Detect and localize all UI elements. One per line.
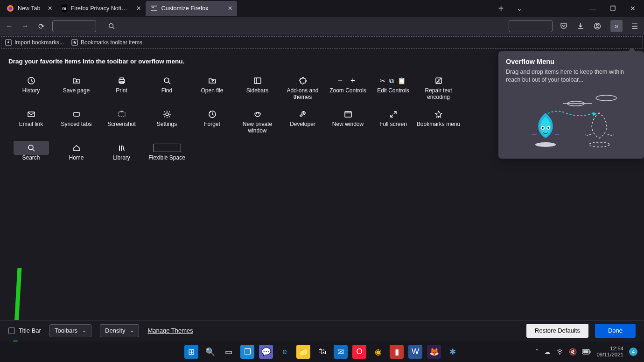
taskbar-chrome[interactable]: ◉: [371, 345, 385, 359]
urlbar-placeholder[interactable]: [52, 20, 96, 32]
taskbar-firefox[interactable]: 🦊: [427, 345, 441, 359]
tray-chevron-icon[interactable]: ˄: [535, 348, 539, 355]
toolbar-overflow-button[interactable]: »: [610, 20, 623, 32]
battery-icon[interactable]: [582, 349, 591, 355]
taskbar-teams[interactable]: 💬: [259, 345, 273, 359]
titlebar-checkbox[interactable]: Title Bar: [8, 327, 41, 334]
palette-item-bmmenu[interactable]: Bookmarks menu: [416, 106, 461, 139]
new-tab-button[interactable]: +: [498, 3, 504, 14]
customize-main: Drag your favorite items into the toolba…: [0, 49, 644, 179]
bookmarks-toolbar-items[interactable]: Bookmarks toolbar items: [71, 39, 142, 46]
forward-button[interactable]: →: [21, 22, 30, 30]
minimize-button[interactable]: —: [589, 5, 596, 12]
taskbar-start[interactable]: ⊞: [184, 345, 198, 359]
notifications-badge[interactable]: 4: [629, 348, 637, 356]
palette-item-private[interactable]: New private window: [235, 106, 280, 139]
palette-label: New private window: [235, 121, 280, 134]
palette-item-edit[interactable]: ✂ ⧉ 📋Edit Controls: [371, 72, 416, 106]
addons-icon: [299, 74, 307, 87]
manage-themes-link[interactable]: Manage Themes: [147, 327, 193, 334]
downloads-icon[interactable]: [577, 22, 586, 30]
palette-item-history[interactable]: History: [8, 72, 54, 106]
palette-item-synced[interactable]: Synced tabs: [54, 106, 99, 139]
list-tabs-button[interactable]: ⌄: [517, 5, 522, 12]
palette-item-find[interactable]: Find: [144, 72, 189, 106]
palette-item-sidebars[interactable]: Sidebars: [235, 72, 280, 106]
chevron-down-icon: ⌄: [130, 327, 134, 334]
palette-item-print[interactable]: Print: [99, 72, 144, 106]
overflow-desc: Drag and drop items here to keep them wi…: [506, 68, 637, 84]
taskbar-opera[interactable]: O: [352, 345, 366, 359]
search-icon[interactable]: [108, 23, 115, 29]
palette-item-library[interactable]: Library: [99, 139, 144, 173]
palette-item-savepage[interactable]: Save page: [54, 72, 99, 106]
palette-item-developer[interactable]: Developer: [280, 106, 325, 139]
sidebars-icon: [253, 74, 262, 87]
palette-item-forget[interactable]: Forget: [189, 106, 235, 139]
zoom-icon: − +: [337, 74, 358, 87]
account-icon[interactable]: [594, 22, 603, 30]
density-dropdown[interactable]: Density ⌄: [100, 324, 139, 337]
palette-label: Print: [116, 87, 127, 94]
taskbar-edge[interactable]: e: [278, 345, 292, 359]
taskbar-search[interactable]: 🔍: [203, 345, 217, 359]
taskbar-brave[interactable]: ▮: [390, 345, 404, 359]
extension-placeholder[interactable]: [509, 20, 553, 32]
done-button[interactable]: Done: [595, 324, 636, 338]
svg-point-4: [109, 24, 113, 28]
palette-item-search[interactable]: Search: [8, 139, 54, 173]
palette-item-home[interactable]: Home: [54, 139, 99, 173]
customize-palette[interactable]: HistorySave pagePrintFindOpen fileSideba…: [8, 72, 470, 173]
reload-button[interactable]: ⟳: [36, 22, 46, 31]
tab-customize[interactable]: Customize Firefox ×: [146, 1, 237, 16]
close-window-button[interactable]: ✕: [630, 5, 636, 12]
taskbar-taskview[interactable]: ▭: [222, 345, 236, 359]
tab-new[interactable]: New Tab ×: [2, 1, 57, 16]
import-bookmarks-button[interactable]: Import bookmarks...: [5, 39, 64, 46]
palette-item-flexspace[interactable]: Flexible Space: [144, 139, 189, 173]
palette-item-fullscreen[interactable]: Full screen: [371, 106, 416, 139]
close-icon[interactable]: ×: [133, 5, 140, 12]
close-icon[interactable]: ×: [44, 5, 52, 12]
palette-item-repair[interactable]: あRepair text encoding: [416, 72, 461, 106]
palette-item-settings[interactable]: Settings: [144, 106, 189, 139]
volume-mute-icon[interactable]: 🔇: [569, 348, 577, 355]
pocket-icon[interactable]: [560, 22, 569, 30]
palette-item-emaillink[interactable]: Email link: [8, 106, 54, 139]
maximize-button[interactable]: ❐: [610, 5, 616, 12]
svg-point-24: [166, 113, 168, 116]
close-icon[interactable]: ×: [224, 5, 232, 12]
wifi-icon[interactable]: [556, 348, 563, 355]
palette-label: Flexible Space: [148, 154, 185, 161]
palette-item-screenshot[interactable]: Screenshot: [99, 106, 144, 139]
bookmarks-toolbar-dropzone[interactable]: Import bookmarks... Bookmarks toolbar it…: [1, 36, 643, 49]
palette-item-newwin[interactable]: New window: [325, 106, 371, 139]
taskbar-vs[interactable]: ✱: [446, 345, 460, 359]
tab-label: Firefox Privacy Notice — Mozil: [71, 5, 129, 12]
restore-defaults-button[interactable]: Restore Defaults: [526, 324, 588, 338]
taskbar-files[interactable]: 📁: [296, 345, 310, 359]
savepage-icon: [72, 74, 81, 87]
onedrive-icon[interactable]: ☁: [544, 348, 551, 355]
tab-privacy[interactable]: m Firefox Privacy Notice — Mozil ×: [57, 1, 146, 16]
overflow-title: Overflow Menu: [506, 58, 637, 65]
svg-rect-23: [119, 112, 125, 117]
search-icon: [14, 141, 49, 154]
find-icon: [163, 74, 171, 87]
toolbars-dropdown[interactable]: Toolbars ⌄: [49, 324, 91, 337]
palette-label: Synced tabs: [61, 121, 91, 127]
taskbar-mail[interactable]: ✉: [334, 345, 348, 359]
nav-toolbar: ← → ⟳ » ☰: [0, 17, 644, 35]
back-button[interactable]: ←: [5, 22, 14, 30]
clock[interactable]: 12:54 09/11/2021: [596, 346, 623, 358]
svg-point-40: [28, 145, 33, 150]
palette-item-addons[interactable]: Add-ons and themes: [280, 72, 325, 106]
taskbar-store[interactable]: 🛍: [315, 345, 329, 359]
taskbar-widgets[interactable]: ❐: [240, 345, 254, 359]
app-menu-button[interactable]: ☰: [630, 22, 639, 31]
palette-item-openfile[interactable]: Open file: [189, 72, 235, 106]
taskbar-word[interactable]: W: [408, 345, 422, 359]
palette-item-zoom[interactable]: − +Zoom Controls: [325, 72, 371, 106]
overflow-menu-panel[interactable]: Overflow Menu Drag and drop items here t…: [498, 51, 644, 159]
system-tray[interactable]: ˄ ☁ 🔇 12:54 09/11/2021 4: [535, 346, 644, 358]
